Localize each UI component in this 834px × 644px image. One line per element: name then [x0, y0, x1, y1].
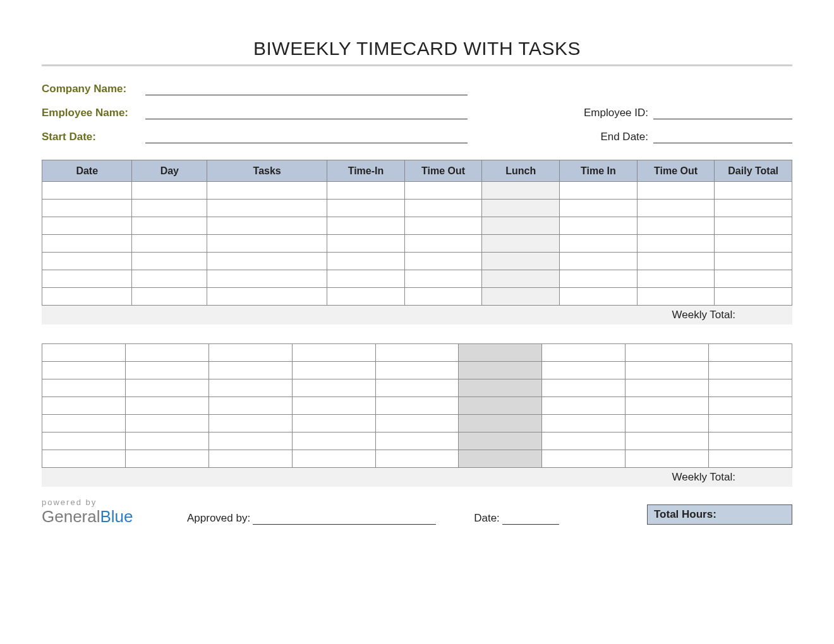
table-cell[interactable]	[459, 450, 542, 468]
table-cell[interactable]	[292, 379, 375, 397]
table-cell[interactable]	[637, 217, 715, 235]
table-cell[interactable]	[404, 217, 482, 235]
table-cell[interactable]	[208, 397, 292, 415]
table-cell[interactable]	[626, 450, 709, 468]
table-cell[interactable]	[208, 432, 292, 450]
table-cell[interactable]	[637, 235, 715, 253]
table-cell[interactable]	[542, 415, 626, 432]
table-cell[interactable]	[327, 217, 405, 235]
table-cell[interactable]	[132, 200, 207, 217]
table-cell[interactable]	[404, 235, 482, 253]
table-cell[interactable]	[207, 253, 327, 270]
table-cell[interactable]	[327, 270, 405, 288]
table-cell[interactable]	[482, 253, 560, 270]
table-cell[interactable]	[560, 235, 638, 253]
table-cell[interactable]	[207, 270, 327, 288]
table-cell[interactable]	[207, 217, 327, 235]
table-cell[interactable]	[637, 182, 715, 200]
table-cell[interactable]	[637, 270, 715, 288]
table-cell[interactable]	[207, 288, 327, 306]
table-cell[interactable]	[482, 182, 560, 200]
table-cell[interactable]	[637, 253, 715, 270]
table-cell[interactable]	[715, 235, 792, 253]
table-cell[interactable]	[715, 217, 792, 235]
table-cell[interactable]	[208, 362, 292, 379]
table-cell[interactable]	[709, 379, 792, 397]
table-cell[interactable]	[132, 288, 207, 306]
table-cell[interactable]	[459, 379, 542, 397]
table-cell[interactable]	[292, 362, 375, 379]
table-cell[interactable]	[42, 182, 132, 200]
table-cell[interactable]	[292, 415, 375, 432]
table-cell[interactable]	[626, 344, 709, 362]
table-cell[interactable]	[482, 200, 560, 217]
table-cell[interactable]	[132, 270, 207, 288]
table-cell[interactable]	[375, 379, 459, 397]
table-cell[interactable]	[42, 235, 132, 253]
table-cell[interactable]	[715, 288, 792, 306]
table-cell[interactable]	[715, 200, 792, 217]
table-cell[interactable]	[207, 235, 327, 253]
table-cell[interactable]	[404, 288, 482, 306]
table-cell[interactable]	[715, 270, 792, 288]
start-date-input[interactable]	[145, 143, 468, 143]
table-cell[interactable]	[709, 450, 792, 468]
table-cell[interactable]	[459, 362, 542, 379]
table-cell[interactable]	[404, 270, 482, 288]
table-cell[interactable]	[482, 288, 560, 306]
table-cell[interactable]	[375, 344, 459, 362]
table-cell[interactable]	[626, 415, 709, 432]
table-cell[interactable]	[375, 415, 459, 432]
table-cell[interactable]	[42, 217, 132, 235]
table-cell[interactable]	[404, 182, 482, 200]
end-date-input[interactable]	[653, 143, 792, 143]
table-cell[interactable]	[709, 415, 792, 432]
table-cell[interactable]	[292, 450, 375, 468]
table-cell[interactable]	[375, 397, 459, 415]
table-cell[interactable]	[709, 432, 792, 450]
table-cell[interactable]	[208, 344, 292, 362]
table-cell[interactable]	[482, 235, 560, 253]
approved-by-input[interactable]	[253, 524, 436, 525]
table-cell[interactable]	[125, 415, 208, 432]
table-cell[interactable]	[132, 217, 207, 235]
table-cell[interactable]	[375, 362, 459, 379]
company-name-input[interactable]	[145, 95, 468, 95]
table-cell[interactable]	[709, 344, 792, 362]
table-cell[interactable]	[709, 362, 792, 379]
table-cell[interactable]	[560, 270, 638, 288]
table-cell[interactable]	[42, 270, 132, 288]
table-cell[interactable]	[482, 270, 560, 288]
table-cell[interactable]	[125, 379, 208, 397]
table-cell[interactable]	[327, 182, 405, 200]
table-cell[interactable]	[560, 253, 638, 270]
table-cell[interactable]	[292, 432, 375, 450]
table-cell[interactable]	[709, 397, 792, 415]
table-cell[interactable]	[42, 450, 126, 468]
table-cell[interactable]	[292, 397, 375, 415]
table-cell[interactable]	[375, 432, 459, 450]
table-cell[interactable]	[560, 182, 638, 200]
table-cell[interactable]	[715, 182, 792, 200]
table-cell[interactable]	[42, 200, 132, 217]
table-cell[interactable]	[560, 217, 638, 235]
table-cell[interactable]	[42, 344, 126, 362]
table-cell[interactable]	[560, 200, 638, 217]
table-cell[interactable]	[42, 415, 126, 432]
table-cell[interactable]	[404, 200, 482, 217]
table-cell[interactable]	[459, 397, 542, 415]
table-cell[interactable]	[42, 362, 126, 379]
table-cell[interactable]	[459, 432, 542, 450]
table-cell[interactable]	[626, 432, 709, 450]
table-cell[interactable]	[208, 415, 292, 432]
table-cell[interactable]	[459, 344, 542, 362]
table-cell[interactable]	[42, 288, 132, 306]
table-cell[interactable]	[482, 217, 560, 235]
table-cell[interactable]	[542, 362, 626, 379]
table-cell[interactable]	[208, 379, 292, 397]
employee-id-input[interactable]	[653, 119, 792, 119]
table-cell[interactable]	[42, 397, 126, 415]
table-cell[interactable]	[125, 362, 208, 379]
table-cell[interactable]	[327, 253, 405, 270]
table-cell[interactable]	[42, 379, 126, 397]
